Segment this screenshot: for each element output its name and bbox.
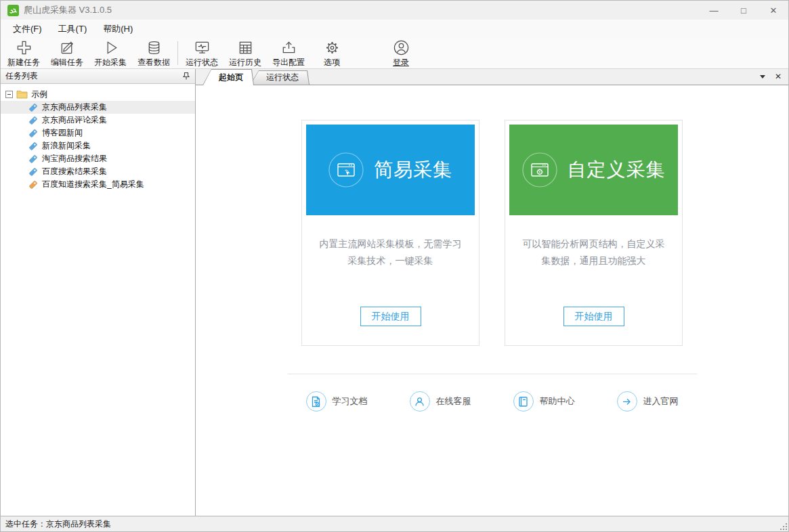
task-list-header: 任务列表 bbox=[1, 69, 195, 84]
pin-icon[interactable] bbox=[182, 72, 190, 81]
app-logo-icon bbox=[7, 5, 19, 16]
tab-controls: ✕ bbox=[760, 72, 788, 85]
menu-tools[interactable]: 工具(T) bbox=[50, 20, 95, 38]
tab-bar: 起始页 运行状态 ✕ bbox=[196, 69, 788, 85]
person-icon bbox=[410, 391, 430, 412]
minimize-button[interactable]: — bbox=[699, 1, 729, 20]
export-config-button[interactable]: 导出配置 bbox=[267, 38, 310, 68]
menu-file[interactable]: 文件(F) bbox=[5, 20, 50, 38]
tree-folder-row[interactable]: 示例 bbox=[1, 87, 195, 101]
tag-icon bbox=[28, 116, 38, 125]
tag-icon bbox=[28, 141, 38, 151]
card-title: 自定义采集 bbox=[568, 157, 666, 183]
start-collect-button[interactable]: 开始采集 bbox=[89, 38, 132, 68]
custom-collect-start-button[interactable]: 开始使用 bbox=[563, 307, 624, 326]
task-item-jd-list[interactable]: 京东商品列表采集 bbox=[1, 101, 195, 114]
selected-task-status: 选中任务：京东商品列表采集 bbox=[5, 518, 111, 530]
browser-gear-icon bbox=[522, 152, 557, 187]
task-list-panel: 任务列表 示例 京东商品列表采集 京东商品评论采集 bbox=[1, 69, 196, 516]
card-title: 简易采集 bbox=[374, 157, 452, 183]
online-support-link[interactable]: 在线客服 bbox=[410, 391, 471, 412]
simple-collect-card: 简易采集 内置主流网站采集模板，无需学习采集技术，一键采集 开始使用 bbox=[301, 120, 479, 346]
body: 任务列表 示例 京东商品列表采集 京东商品评论采集 bbox=[1, 69, 788, 516]
task-item-baidu-zhidao[interactable]: 百度知道搜索采集_简易采集 bbox=[1, 178, 195, 191]
monitor-icon bbox=[194, 39, 211, 56]
plus-icon bbox=[16, 39, 33, 56]
tag-icon bbox=[28, 167, 38, 177]
new-task-button[interactable]: 新建任务 bbox=[2, 38, 45, 68]
play-icon bbox=[102, 39, 119, 56]
user-icon bbox=[393, 39, 410, 56]
edit-task-button[interactable]: 编辑任务 bbox=[45, 38, 89, 68]
maximize-button[interactable]: □ bbox=[729, 1, 759, 20]
simple-collect-banner: 简易采集 bbox=[306, 125, 475, 215]
custom-collect-card: 自定义采集 可以智能分析网页结构，自定义采集数据，通用且功能强大 开始使用 bbox=[505, 120, 683, 346]
edit-icon bbox=[59, 39, 76, 56]
folder-label: 示例 bbox=[31, 89, 47, 100]
task-list-title: 任务列表 bbox=[5, 70, 38, 82]
menu-bar: 文件(F) 工具(T) 帮助(H) bbox=[1, 20, 788, 38]
quick-links: 学习文档 在线客服 帮助中心 bbox=[196, 391, 788, 412]
export-icon bbox=[280, 39, 297, 56]
tab-start-page[interactable]: 起始页 bbox=[202, 69, 254, 85]
help-center-link[interactable]: 帮助中心 bbox=[513, 391, 575, 412]
status-bar: 选中任务：京东商品列表采集 bbox=[1, 516, 788, 531]
run-status-button[interactable]: 运行状态 bbox=[180, 38, 223, 68]
official-site-link[interactable]: 进入官网 bbox=[617, 391, 679, 412]
mode-cards: 简易采集 内置主流网站采集模板，无需学习采集技术，一键采集 开始使用 自定义采集 bbox=[196, 120, 788, 346]
task-item-cnblogs-news[interactable]: 博客园新闻 bbox=[1, 127, 195, 139]
view-data-button[interactable]: 查看数据 bbox=[132, 38, 175, 68]
start-page-content: 简易采集 内置主流网站采集模板，无需学习采集技术，一键采集 开始使用 自定义采集 bbox=[196, 85, 788, 516]
tab-run-status[interactable]: 运行状态 bbox=[250, 70, 310, 85]
resize-grip[interactable] bbox=[780, 523, 787, 530]
document-icon bbox=[306, 391, 326, 412]
toolbar-separator bbox=[177, 41, 178, 65]
custom-collect-banner: 自定义采集 bbox=[509, 125, 678, 215]
main-panel: 起始页 运行状态 ✕ bbox=[196, 69, 788, 516]
close-button[interactable]: ✕ bbox=[759, 1, 788, 20]
simple-collect-start-button[interactable]: 开始使用 bbox=[360, 307, 421, 326]
tag-icon bbox=[28, 154, 38, 164]
menu-help[interactable]: 帮助(H) bbox=[95, 20, 141, 38]
arrow-right-icon bbox=[617, 391, 637, 412]
run-history-button[interactable]: 运行历史 bbox=[223, 38, 267, 68]
task-tree: 示例 京东商品列表采集 京东商品评论采集 博客园新闻 新浪新闻采集 bbox=[1, 84, 195, 191]
database-icon bbox=[146, 39, 163, 56]
task-item-jd-comments[interactable]: 京东商品评论采集 bbox=[1, 114, 195, 127]
card-description: 内置主流网站采集模板，无需学习采集技术，一键采集 bbox=[317, 236, 464, 269]
task-item-taobao-search[interactable]: 淘宝商品搜索结果 bbox=[1, 152, 195, 165]
gear-icon bbox=[324, 39, 341, 56]
app-window: 爬山虎采集器 V3.1.0.5 — □ ✕ 文件(F) 工具(T) 帮助(H) … bbox=[0, 0, 789, 532]
tab-list-dropdown-icon[interactable] bbox=[760, 75, 765, 79]
card-description: 可以智能分析网页结构，自定义采集数据，通用且功能强大 bbox=[520, 236, 667, 269]
collapse-icon[interactable] bbox=[5, 91, 13, 98]
history-icon bbox=[237, 39, 254, 56]
section-divider bbox=[287, 374, 697, 374]
title-bar: 爬山虎采集器 V3.1.0.5 — □ ✕ bbox=[1, 1, 788, 20]
tag-icon bbox=[28, 180, 38, 190]
window-controls: — □ ✕ bbox=[699, 1, 788, 20]
browser-cursor-icon bbox=[328, 152, 364, 187]
book-icon bbox=[513, 391, 534, 412]
tag-icon bbox=[28, 103, 38, 112]
login-button[interactable]: 登录 bbox=[379, 38, 423, 68]
toolbar-gap bbox=[354, 38, 379, 68]
task-item-sina-news[interactable]: 新浪新闻采集 bbox=[1, 139, 195, 152]
folder-icon bbox=[16, 89, 28, 99]
toolbar: 新建任务 编辑任务 开始采集 查看数据 运行状态 运行历史 导出配置 bbox=[1, 38, 788, 69]
tab-close-icon[interactable]: ✕ bbox=[775, 72, 782, 81]
learn-docs-link[interactable]: 学习文档 bbox=[306, 391, 368, 412]
task-item-baidu-search[interactable]: 百度搜索结果采集 bbox=[1, 165, 195, 178]
window-title: 爬山虎采集器 V3.1.0.5 bbox=[24, 4, 112, 16]
tag-icon bbox=[28, 129, 38, 138]
options-button[interactable]: 选项 bbox=[310, 38, 354, 68]
